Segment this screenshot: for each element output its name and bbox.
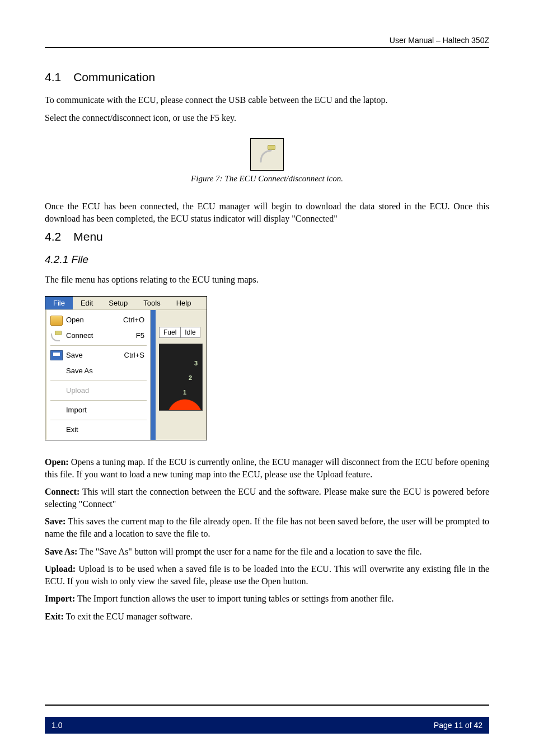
header-rule [45,47,489,48]
def-import: Import: The Import function allows the u… [45,593,489,605]
def-open: Open: Opens a tuning map. If the ECU is … [45,456,489,480]
gauge-tick: 1 [183,389,186,396]
panel-stripe [151,310,156,440]
def-upload: Upload: Upload is to be used when a save… [45,563,489,587]
menu-item-connect[interactable]: ConnectF5 [47,328,150,344]
save-icon [50,350,63,360]
section-4-2-1-title: File [72,253,89,265]
menubar-item-edit[interactable]: Edit [73,297,101,309]
footer-rule [45,705,489,706]
tab-idle[interactable]: Idle [181,327,199,337]
menubar-item-setup[interactable]: Setup [101,297,135,309]
menu-item-save[interactable]: SaveCtrl+S [47,348,150,363]
menu-item-shortcut: Ctrl+S [124,351,144,359]
gauge-tabs: Fuel Idle [159,327,200,338]
menubar: File Edit Setup Tools Help [45,297,207,310]
footer-version: 1.0 [51,721,62,730]
section-4-1-para-3: Once the ECU has been connected, the ECU… [45,200,489,224]
gauge-panel: Fuel Idle 3 2 1 [156,310,207,440]
figure-7-connect-icon-box [250,138,284,171]
figure-7-caption: Figure 7: The ECU Connect/disconnect ico… [45,174,489,184]
menu-separator [50,400,147,401]
menu-item-label: Upload [66,386,144,395]
menu-separator [50,345,147,346]
open-icon [50,316,63,326]
section-4-2-number: 4.2 [45,230,61,243]
blank-icon [50,366,63,376]
menu-separator [50,420,147,420]
section-4-1-para-2: Select the connect/disconnect icon, or u… [45,112,489,124]
section-4-1-heading: 4.1Communication [45,71,489,84]
section-4-1-para-1: To communicate with the ECU, please conn… [45,94,489,106]
menu-item-open[interactable]: OpenCtrl+O [47,312,150,328]
section-4-2-1-para-1: The file menu has options relating to th… [45,274,489,286]
file-dropdown: OpenCtrl+OConnectF5SaveCtrl+SSave AsUplo… [47,310,151,440]
section-4-2-heading: 4.2Menu [45,230,489,243]
menu-item-exit[interactable]: Exit [47,422,150,438]
section-4-1-title: Communication [73,71,155,83]
file-menu-screenshot: File Edit Setup Tools Help OpenCtrl+OCon… [45,296,207,440]
menu-item-label: Import [66,406,144,414]
def-connect: Connect: This will start the connection … [45,486,489,510]
menu-item-label: Save [66,351,124,359]
menu-item-upload: Upload [47,383,150,398]
menu-item-shortcut: Ctrl+O [123,316,144,324]
footer-page-number: Page 11 of 42 [434,721,483,730]
menubar-item-tools[interactable]: Tools [135,297,168,309]
def-save: Save: This saves the current map to the … [45,515,489,539]
menu-item-save-as[interactable]: Save As [47,363,150,379]
menu-item-label: Connect [66,331,136,340]
rpm-gauge: 3 2 1 [159,344,203,411]
menubar-item-help[interactable]: Help [168,297,199,309]
menubar-item-file[interactable]: File [45,297,73,309]
gauge-tick: 2 [189,374,192,381]
def-saveas: Save As: The "Save As" button will promp… [45,546,489,558]
connect-icon [50,331,63,341]
menu-separator [50,381,147,381]
menu-item-label: Save As [66,367,144,375]
tab-fuel[interactable]: Fuel [160,327,181,337]
section-4-1-number: 4.1 [45,71,61,83]
page-footer: 1.0 Page 11 of 42 [45,717,489,734]
connect-disconnect-icon [257,145,277,164]
menu-item-label: Open [66,316,123,324]
section-4-2-1-heading: 4.2.1 File [45,253,489,266]
blank-icon [50,405,63,415]
def-exit: Exit: To exit the ECU manager software. [45,611,489,623]
section-4-2-1-number: 4.2.1 [45,253,68,265]
header-title: User Manual – Haltech 350Z [45,36,489,45]
section-4-2-title: Menu [73,230,103,243]
blank-icon [50,386,63,396]
menu-item-shortcut: F5 [136,331,144,340]
gauge-tick: 3 [194,360,198,367]
menu-item-label: Exit [66,425,144,434]
blank-icon [50,425,63,435]
menu-item-import[interactable]: Import [47,402,150,418]
